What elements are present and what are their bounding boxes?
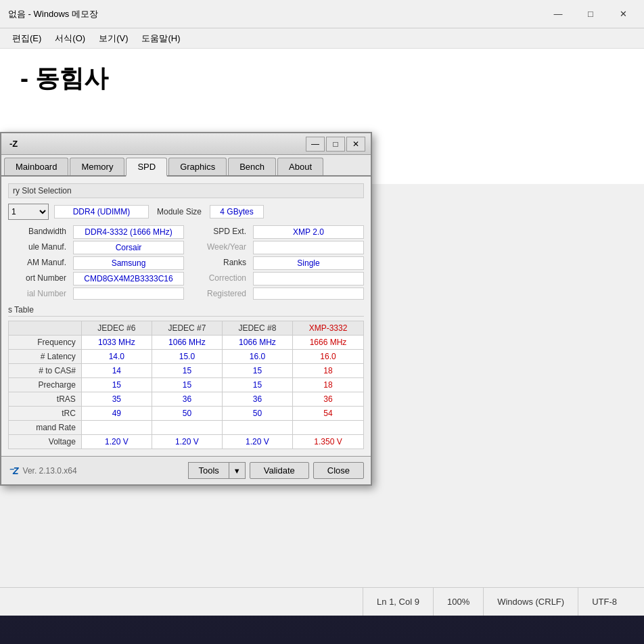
timings-cell xyxy=(222,421,292,435)
cpuz-close-button[interactable]: ✕ xyxy=(346,137,365,152)
timings-row: Voltage1.20 V1.20 V1.20 V1.350 V xyxy=(9,435,364,449)
module-size-value: 4 GBytes xyxy=(210,205,264,218)
notepad-controls: — □ ✕ xyxy=(543,3,639,25)
menu-help[interactable]: 도움말(H) xyxy=(135,30,187,47)
week-year-value xyxy=(253,241,364,254)
week-year-label: Week/Year xyxy=(188,241,249,254)
cpuz-logo: ⁻Z xyxy=(8,465,19,476)
registered-label: Registered xyxy=(188,288,249,300)
cpuz-maximize-button[interactable]: □ xyxy=(326,137,345,152)
timings-row: # Latency14.015.016.016.0 xyxy=(9,350,364,364)
timings-row-label: # to CAS# xyxy=(9,364,82,378)
ram-manuf-label: AM Manuf. xyxy=(8,256,69,270)
spd-ext-value: XMP 2.0 xyxy=(253,225,364,239)
cpuz-footer: ⁻Z Ver. 2.13.0.x64 Tools ▼ Validate Clos… xyxy=(1,456,371,484)
serial-value xyxy=(73,288,184,300)
tools-dropdown-button[interactable]: ▼ xyxy=(229,462,246,479)
timings-row-label: # Latency xyxy=(9,350,82,364)
tab-graphics[interactable]: Graphics xyxy=(168,158,227,175)
timings-col-jedec7: JEDEC #7 xyxy=(152,321,222,336)
tools-button[interactable]: Tools xyxy=(188,462,228,479)
bandwidth-value: DDR4-3332 (1666 MHz) xyxy=(73,225,184,239)
timings-cell: 1.20 V xyxy=(222,435,292,449)
timings-cell: 36 xyxy=(292,392,363,407)
timings-cell: 15 xyxy=(222,364,292,378)
cpuz-titlebar: -Z — □ ✕ xyxy=(1,133,371,155)
timings-cell: 1066 MHz xyxy=(222,336,292,350)
status-zoom: 100% xyxy=(433,588,483,616)
timings-col-jedec6: JEDEC #6 xyxy=(81,321,152,336)
timings-cell: 15 xyxy=(152,364,222,378)
spd-ext-label: SPD Ext. xyxy=(188,225,249,239)
timings-row: tRAS35363636 xyxy=(9,392,364,407)
timings-cell xyxy=(152,421,222,435)
notepad-titlebar: 없음 - Windows 메모장 — □ ✕ xyxy=(0,0,644,28)
timings-cell: 1666 MHz xyxy=(292,336,363,350)
timings-cell: 50 xyxy=(152,407,222,421)
timings-row-label: tRAS xyxy=(9,392,82,407)
timings-cell: 15 xyxy=(222,378,292,392)
timings-cell: 1.20 V xyxy=(81,435,152,449)
cpuz-tabs: Mainboard Memory SPD Graphics Bench Abou… xyxy=(1,155,371,177)
timings-row-label: tRC xyxy=(9,407,82,421)
close-button[interactable]: Close xyxy=(313,462,364,479)
part-value: CMD8GX4M2B3333C16 xyxy=(73,272,184,285)
slot-select[interactable]: 1 2 3 4 xyxy=(8,204,49,220)
timings-cell: 18 xyxy=(292,378,363,392)
correction-value xyxy=(253,272,364,285)
timings-cell: 1.20 V xyxy=(152,435,222,449)
timings-row: tRC49505054 xyxy=(9,407,364,421)
timings-cell: 14 xyxy=(81,364,152,378)
correction-label: Correction xyxy=(188,272,249,285)
tab-spd[interactable]: SPD xyxy=(126,158,167,177)
part-label: ort Number xyxy=(8,272,69,285)
timings-cell: 18 xyxy=(292,364,363,378)
timings-cell: 36 xyxy=(152,392,222,407)
ranks-value: Single xyxy=(253,256,364,270)
menu-view[interactable]: 보기(V) xyxy=(92,30,135,47)
memory-type: DDR4 (UDIMM) xyxy=(54,205,149,218)
cpuz-minimize-button[interactable]: — xyxy=(306,137,325,152)
ranks-label: Ranks xyxy=(188,256,249,270)
validate-button[interactable]: Validate xyxy=(250,462,309,479)
timings-cell xyxy=(81,421,152,435)
cpuz-window-controls: — □ ✕ xyxy=(306,137,365,152)
cpuz-version: ⁻Z Ver. 2.13.0.x64 xyxy=(8,465,77,476)
menu-format[interactable]: 서식(O) xyxy=(48,30,92,47)
notepad-close-button[interactable]: ✕ xyxy=(607,3,639,25)
menu-edit[interactable]: 편집(E) xyxy=(5,30,48,47)
timings-section-label: s Table xyxy=(8,304,364,317)
notepad-maximize-button[interactable]: □ xyxy=(575,3,606,25)
cpuz-window: -Z — □ ✕ Mainboard Memory SPD Graphics B… xyxy=(0,132,372,486)
cpuz-body: ry Slot Selection 1 2 3 4 DDR4 (UDIMM) M… xyxy=(1,177,371,456)
timings-row: Frequency1033 MHz1066 MHz1066 MHz1666 MH… xyxy=(9,336,364,350)
tab-mainboard[interactable]: Mainboard xyxy=(4,158,68,175)
slot-row: 1 2 3 4 DDR4 (UDIMM) Module Size 4 GByte… xyxy=(8,204,364,220)
tab-about[interactable]: About xyxy=(277,158,323,175)
ram-manuf-value: Samsung xyxy=(73,256,184,270)
timings-cell: 35 xyxy=(81,392,152,407)
timings-col-jedec8: JEDEC #8 xyxy=(222,321,292,336)
timings-cell: 14.0 xyxy=(81,350,152,364)
timings-cell: 15.0 xyxy=(152,350,222,364)
timings-cell: 1.350 V xyxy=(292,435,363,449)
footer-buttons: Tools ▼ Validate Close xyxy=(188,462,364,479)
timings-cell: 54 xyxy=(292,407,363,421)
timings-cell xyxy=(292,421,363,435)
tab-bench[interactable]: Bench xyxy=(228,158,276,175)
notepad-minimize-button[interactable]: — xyxy=(543,3,574,25)
notepad-statusbar: Ln 1, Col 9 100% Windows (CRLF) UTF-8 xyxy=(0,587,644,616)
notepad-menubar: 편집(E) 서식(O) 보기(V) 도움말(H) xyxy=(0,28,644,49)
desktop: 없음 - Windows 메모장 — □ ✕ 편집(E) 서식(O) 보기(V)… xyxy=(0,0,644,644)
module-size-label: Module Size xyxy=(154,206,204,218)
timings-row: # to CAS#14151518 xyxy=(9,364,364,378)
registered-value xyxy=(253,288,364,300)
timings-cell: 50 xyxy=(222,407,292,421)
cpuz-title: -Z xyxy=(7,139,306,149)
timings-row: Precharge15151518 xyxy=(9,378,364,392)
timings-cell: 49 xyxy=(81,407,152,421)
bandwidth-label: Bandwidth xyxy=(8,225,69,239)
tab-memory[interactable]: Memory xyxy=(70,158,124,175)
timings-cell: 1033 MHz xyxy=(81,336,152,350)
timings-row: mand Rate xyxy=(9,421,364,435)
